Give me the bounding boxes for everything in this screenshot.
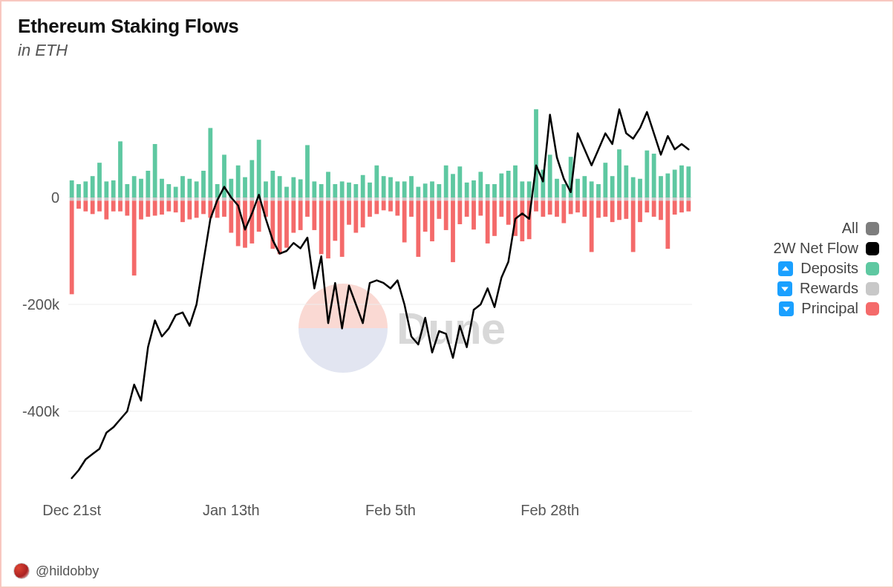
svg-rect-267 [673, 170, 677, 197]
author-credit[interactable]: @hildobby [13, 563, 99, 579]
chevron-down-icon [779, 301, 794, 316]
svg-rect-10 [76, 197, 81, 200]
svg-rect-82 [243, 197, 247, 200]
svg-rect-110 [305, 200, 310, 217]
svg-rect-14 [83, 200, 88, 211]
svg-rect-138 [374, 166, 379, 197]
svg-rect-154 [409, 197, 414, 200]
svg-rect-159 [423, 183, 428, 197]
svg-rect-98 [278, 200, 282, 254]
svg-rect-223 [569, 197, 573, 200]
svg-rect-249 [631, 177, 636, 197]
svg-rect-270 [679, 166, 684, 197]
svg-rect-271 [679, 197, 684, 200]
svg-rect-31 [125, 197, 129, 200]
svg-rect-273 [686, 166, 691, 197]
svg-rect-90 [264, 181, 268, 197]
svg-rect-197 [506, 200, 511, 224]
svg-rect-85 [249, 197, 254, 200]
legend-item-all[interactable]: All [708, 220, 879, 237]
legend-item-deposits[interactable]: Deposits [708, 260, 879, 277]
svg-rect-21 [104, 181, 108, 197]
legend-item-netflow[interactable]: 2W Net Flow [708, 240, 879, 257]
svg-rect-109 [305, 197, 310, 200]
svg-rect-176 [457, 200, 462, 224]
svg-rect-28 [118, 197, 123, 200]
svg-text:Dec 21st: Dec 21st [42, 502, 101, 518]
svg-rect-265 [665, 197, 670, 200]
svg-rect-60 [195, 181, 199, 197]
svg-rect-272 [679, 200, 684, 212]
svg-rect-187 [486, 197, 490, 200]
svg-rect-259 [652, 197, 656, 200]
svg-rect-121 [333, 197, 337, 200]
svg-rect-232 [590, 197, 594, 200]
svg-rect-47 [160, 200, 164, 215]
svg-rect-116 [319, 200, 324, 254]
svg-rect-36 [139, 179, 143, 197]
svg-rect-185 [478, 200, 483, 215]
svg-rect-189 [492, 184, 497, 197]
svg-rect-103 [291, 197, 296, 200]
chart-subtitle: in ETH [18, 41, 876, 60]
svg-rect-218 [555, 200, 559, 217]
svg-rect-87 [257, 140, 261, 197]
svg-rect-224 [569, 200, 573, 214]
svg-rect-131 [353, 200, 358, 232]
svg-rect-62 [195, 200, 199, 218]
legend-item-principal[interactable]: Principal [708, 300, 879, 317]
svg-rect-7 [70, 197, 74, 200]
svg-rect-123 [340, 181, 345, 197]
svg-rect-243 [617, 149, 621, 197]
legend-item-rewards[interactable]: Rewards [708, 280, 879, 297]
svg-rect-198 [513, 166, 518, 197]
svg-rect-15 [91, 176, 95, 197]
svg-rect-274 [686, 197, 691, 200]
svg-rect-74 [222, 200, 226, 217]
svg-rect-94 [270, 197, 275, 200]
svg-rect-16 [91, 197, 95, 200]
svg-rect-78 [236, 166, 241, 197]
svg-rect-166 [437, 197, 441, 200]
svg-rect-33 [132, 176, 137, 197]
svg-rect-237 [603, 163, 607, 197]
svg-rect-96 [278, 176, 282, 197]
svg-rect-188 [486, 200, 490, 244]
svg-rect-127 [347, 197, 351, 200]
svg-rect-133 [361, 197, 365, 200]
svg-rect-102 [291, 177, 296, 197]
svg-rect-147 [395, 181, 399, 197]
svg-rect-66 [208, 128, 212, 197]
svg-rect-183 [478, 172, 483, 197]
svg-rect-255 [645, 151, 649, 197]
svg-rect-79 [236, 197, 241, 200]
svg-rect-50 [166, 200, 171, 211]
svg-rect-202 [520, 197, 524, 200]
svg-rect-19 [97, 197, 102, 200]
chart-area: 0-200k-400kDec 21stJan 13thFeb 5thFeb 28… [16, 83, 699, 529]
svg-rect-42 [153, 144, 157, 197]
svg-rect-128 [347, 200, 351, 224]
svg-rect-239 [603, 200, 607, 217]
svg-rect-32 [125, 200, 129, 215]
svg-rect-186 [486, 184, 490, 197]
svg-rect-252 [638, 179, 642, 197]
svg-rect-114 [319, 184, 324, 197]
svg-rect-41 [146, 200, 150, 217]
svg-rect-258 [652, 154, 656, 197]
svg-rect-30 [125, 184, 129, 197]
svg-rect-13 [83, 197, 88, 200]
svg-rect-263 [659, 200, 663, 220]
svg-rect-44 [153, 200, 157, 215]
svg-rect-59 [187, 200, 192, 219]
svg-rect-211 [541, 197, 545, 200]
svg-rect-234 [596, 184, 601, 197]
svg-rect-214 [548, 197, 552, 200]
svg-text:Feb 5th: Feb 5th [365, 502, 416, 518]
svg-rect-26 [111, 200, 116, 211]
svg-rect-196 [506, 197, 511, 200]
svg-rect-220 [561, 197, 566, 200]
svg-rect-199 [513, 197, 518, 200]
svg-rect-164 [430, 200, 434, 241]
svg-rect-262 [659, 197, 663, 200]
